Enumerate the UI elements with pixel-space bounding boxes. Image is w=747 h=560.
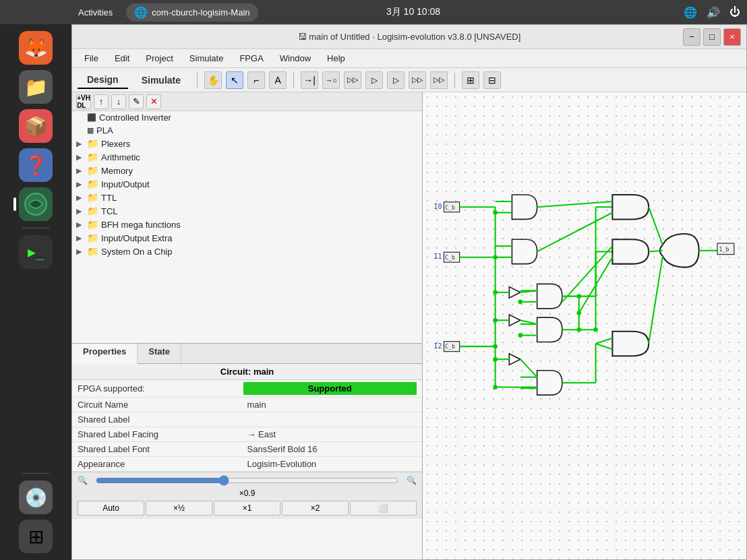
folder-icon: 📁 xyxy=(87,152,98,162)
folder-icon: 📁 xyxy=(87,219,98,230)
dock-logisim[interactable] xyxy=(19,187,53,221)
zoom-buttons: Auto ×½ ×1 ×2 ⬜ xyxy=(78,501,417,516)
zoom-in-btn[interactable]: 🔍 xyxy=(407,476,417,485)
canvas-area[interactable]: I0 C_b I1 C_b I2 C_b xyxy=(423,92,746,559)
tool-text[interactable]: A xyxy=(269,71,287,89)
tool-not[interactable]: →○ xyxy=(322,71,340,89)
list-item[interactable]: ▶ 📁 Input/Output Extra xyxy=(72,231,422,245)
volume-icon[interactable]: 🔊 xyxy=(707,6,720,19)
menu-project[interactable]: Project xyxy=(139,52,179,65)
list-item[interactable]: ▶ 📁 System On a Chip xyxy=(72,245,422,258)
delete-button[interactable]: ✕ xyxy=(146,94,161,109)
list-item[interactable]: ⬛ Controlled Inverter xyxy=(72,111,422,124)
menu-bar: File Edit Project Simulate FPGA Window H… xyxy=(72,49,746,68)
prop-value-appearance: Logisim-Evolution xyxy=(247,459,417,469)
tool-nand[interactable]: ▷▷ xyxy=(409,71,426,89)
zoom-slider[interactable] xyxy=(96,475,398,486)
list-item[interactable]: ▶ 📁 BFH mega functions xyxy=(72,218,422,231)
power-icon[interactable]: ⏻ xyxy=(729,6,740,19)
dock-files[interactable]: 📁 xyxy=(19,70,53,104)
tab-properties[interactable]: Properties xyxy=(72,344,138,364)
tool-select[interactable]: ↖ xyxy=(226,71,243,89)
zoom-auto-button[interactable]: Auto xyxy=(78,501,144,516)
window-titlebar: 🖫 main of Untitled · Logisim-evolution v… xyxy=(72,25,746,49)
prop-label-circuit-name: Circuit Name xyxy=(78,400,247,410)
close-button[interactable]: × xyxy=(723,28,741,46)
menu-window[interactable]: Window xyxy=(273,52,318,65)
toolbar: Design Simulate ✋ ↖ ⌐ A →| →○ ▷▷ ▷ ▷ ▷▷ … xyxy=(72,68,746,92)
list-item[interactable]: ▶ 📁 TTL xyxy=(72,191,422,204)
list-item[interactable]: ▶ 📁 Plexers xyxy=(72,137,422,150)
list-item[interactable]: ▶ 📁 Input/Output xyxy=(72,177,422,191)
prop-row-facing: Shared Label Facing → East xyxy=(72,427,422,442)
properties-panel: Properties State Circuit: main FPGA supp… xyxy=(72,344,422,559)
add-vhdl-button[interactable]: +VHDL xyxy=(76,94,91,109)
tree-toolbar: +VHDL ↑ ↓ ✎ ✕ xyxy=(72,92,422,111)
minimize-button[interactable]: − xyxy=(683,28,700,46)
dock-disc[interactable]: 💿 xyxy=(19,480,53,514)
menu-help[interactable]: Help xyxy=(320,52,352,65)
tool-buffer[interactable]: →| xyxy=(301,71,318,89)
tool-xor[interactable]: ▷ xyxy=(387,71,405,89)
dock-appstore[interactable]: 📦 xyxy=(19,109,53,143)
folder-icon: 📁 xyxy=(87,138,98,149)
tree-arrow: ▶ xyxy=(76,166,84,175)
network-icon[interactable]: 🌐 xyxy=(684,6,697,19)
list-item[interactable]: ▶ 📁 Arithmetic xyxy=(72,150,422,164)
activities-button[interactable]: Activities xyxy=(78,7,113,18)
maximize-button[interactable]: □ xyxy=(703,28,721,46)
tool-or[interactable]: ▷ xyxy=(365,71,383,89)
tool-hand[interactable]: ✋ xyxy=(204,71,222,89)
zoom-expand-button[interactable]: ⬜ xyxy=(350,501,417,516)
svg-marker-24 xyxy=(509,315,520,326)
item-label: PLA xyxy=(96,125,113,135)
item-label: Controlled Inverter xyxy=(99,113,171,123)
item-label: System On a Chip xyxy=(101,247,173,257)
toolbar-separator3 xyxy=(454,73,455,88)
tool-and-multi[interactable]: ▷▷ xyxy=(344,71,361,89)
list-item[interactable]: ▦ PLA xyxy=(72,124,422,137)
svg-point-62 xyxy=(576,294,581,299)
edit-button[interactable]: ✎ xyxy=(129,94,144,109)
tab-simulate[interactable]: Simulate xyxy=(132,72,190,88)
svg-line-50 xyxy=(562,246,612,302)
menu-simulate[interactable]: Simulate xyxy=(183,52,231,65)
zoom-out-btn[interactable]: 🔍 xyxy=(78,476,88,485)
menu-fpga[interactable]: FPGA xyxy=(233,52,270,65)
tab-state[interactable]: State xyxy=(138,344,181,363)
tool-wire[interactable]: ⌐ xyxy=(247,71,265,89)
zoom-1x-button[interactable]: ×1 xyxy=(214,501,280,516)
svg-point-29 xyxy=(493,357,498,362)
dock-terminal[interactable]: ▶_ xyxy=(19,235,53,269)
svg-text:C_b: C_b xyxy=(445,254,455,261)
tool-add[interactable]: ⊞ xyxy=(462,71,479,89)
list-item[interactable]: ▶ 📁 Memory xyxy=(72,164,422,177)
folder-icon: 📁 xyxy=(87,232,98,243)
tool-remove[interactable]: ⊟ xyxy=(483,71,501,89)
folder-icon: 📁 xyxy=(87,192,98,203)
tool-nor[interactable]: ▷▷ xyxy=(430,71,448,89)
window-title-pill[interactable]: 🌐 com-cburch-logisim-Main xyxy=(126,3,258,22)
dock-help[interactable]: ❓ xyxy=(19,148,53,182)
list-item[interactable]: ▶ 📁 TCL xyxy=(72,204,422,218)
zoom-2x-button[interactable]: ×2 xyxy=(282,501,349,516)
prop-row-appearance: Appearance Logisim-Evolution xyxy=(72,457,422,472)
folder-icon: 📁 xyxy=(87,179,98,189)
tree-arrow: ▶ xyxy=(76,193,84,202)
tree-arrow: ▶ xyxy=(76,247,84,256)
item-icon: ⬛ xyxy=(87,113,96,122)
dock-grid[interactable]: ⊞ xyxy=(19,520,53,553)
folder-icon: 📁 xyxy=(87,206,98,216)
menu-edit[interactable]: Edit xyxy=(108,52,136,65)
svg-line-54 xyxy=(596,344,613,349)
svg-text:C_b: C_b xyxy=(445,204,455,211)
tab-design[interactable]: Design xyxy=(78,71,128,89)
item-label: TTL xyxy=(101,193,117,203)
dock-firefox[interactable]: 🦊 xyxy=(19,31,53,65)
circuit-label: Circuit: main xyxy=(72,364,422,380)
move-up-button[interactable]: ↑ xyxy=(94,94,109,109)
move-down-button[interactable]: ↓ xyxy=(111,94,126,109)
tree-arrow: ▶ xyxy=(76,180,84,189)
zoom-half-button[interactable]: ×½ xyxy=(146,501,212,516)
menu-file[interactable]: File xyxy=(78,52,105,65)
